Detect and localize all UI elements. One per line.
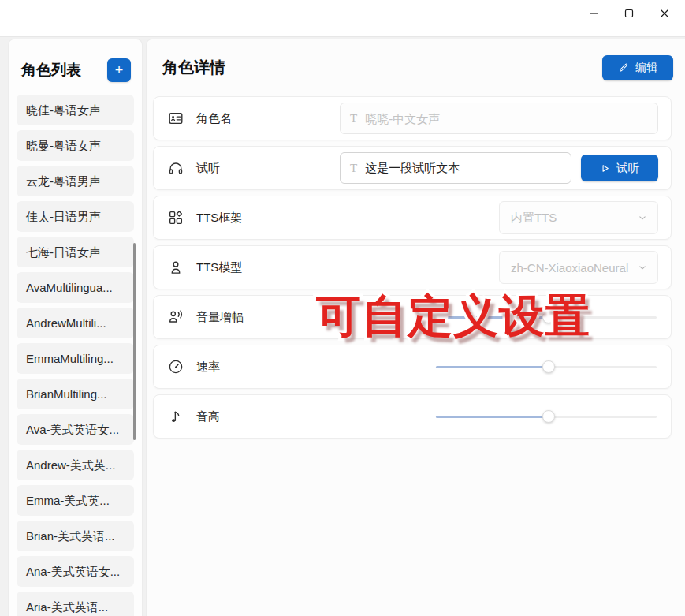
list-item[interactable]: BrianMultiling... xyxy=(17,379,134,409)
form-row-audition: 试听 T 试听 xyxy=(153,146,672,190)
list-item[interactable]: 晓佳-粤语女声 xyxy=(17,95,134,125)
list-item[interactable]: Ana-美式英语女... xyxy=(17,556,134,587)
maximize-button[interactable] xyxy=(611,2,646,25)
play-icon xyxy=(600,163,610,174)
field-label: 音高 xyxy=(196,409,220,424)
window-controls xyxy=(575,2,682,25)
gauge-icon xyxy=(166,357,185,376)
list-item[interactable]: 云龙-粤语男声 xyxy=(17,166,134,196)
audition-text-input[interactable] xyxy=(365,162,561,175)
form-row-rate: 速率 xyxy=(153,345,672,389)
field-label: 角色名 xyxy=(196,111,232,126)
field-label: 速率 xyxy=(196,360,220,375)
list-item[interactable]: Brian-美式英语... xyxy=(17,521,134,551)
form-row-tts-model: TTS模型 zh-CN-XiaoxiaoNeural xyxy=(153,245,672,289)
tts-model-select[interactable]: zh-CN-XiaoxiaoNeural xyxy=(499,251,658,284)
tts-framework-value: 内置TTS xyxy=(511,211,557,226)
slider-thumb[interactable] xyxy=(542,360,555,373)
edit-button-label: 编辑 xyxy=(635,61,657,75)
list-item[interactable]: 佳太-日语男声 xyxy=(17,201,134,232)
audition-button[interactable]: 试听 xyxy=(581,155,658,181)
role-list-header: 角色列表 + xyxy=(9,39,142,93)
list-item[interactable]: EmmaMultiling... xyxy=(17,343,134,374)
tts-framework-select[interactable]: 内置TTS xyxy=(499,201,658,234)
audition-text-input-wrap: T xyxy=(340,152,571,184)
role-name-input-wrap: T xyxy=(340,103,658,134)
plus-icon: + xyxy=(115,63,124,77)
id-card-icon xyxy=(166,109,185,128)
sidebar-scrollbar[interactable] xyxy=(133,243,136,440)
music-note-icon xyxy=(166,407,185,426)
title-bar xyxy=(0,0,685,36)
tts-model-value: zh-CN-XiaoxiaoNeural xyxy=(511,261,628,274)
headphones-icon xyxy=(166,159,185,177)
edit-button[interactable]: 编辑 xyxy=(602,55,673,80)
add-role-button[interactable]: + xyxy=(107,58,131,82)
role-list: 晓佳-粤语女声晓曼-粤语女声云龙-粤语男声佳太-日语男声七海-日语女声AvaMu… xyxy=(9,93,142,616)
close-button[interactable] xyxy=(646,2,682,25)
rate-slider[interactable] xyxy=(436,360,657,373)
page-title: 角色详情 xyxy=(162,57,225,78)
role-list-panel: 角色列表 + 晓佳-粤语女声晓曼-粤语女声云龙-粤语男声佳太-日语男声七海-日语… xyxy=(8,39,143,616)
list-item[interactable]: Ava-美式英语女... xyxy=(17,414,134,445)
pitch-slider[interactable] xyxy=(436,410,657,423)
field-label: TTS框架 xyxy=(196,211,242,226)
close-icon xyxy=(660,9,669,18)
role-name-input[interactable] xyxy=(365,112,648,125)
pencil-icon xyxy=(618,62,629,73)
minimize-icon xyxy=(589,9,598,18)
field-label: TTS模型 xyxy=(196,260,242,275)
form-row-pitch: 音高 xyxy=(153,394,672,439)
field-label: 音量增幅 xyxy=(196,310,244,325)
slider-thumb[interactable] xyxy=(542,410,555,423)
form-row-tts-framework: TTS框架 内置TTS xyxy=(153,196,672,240)
chevron-down-icon xyxy=(637,262,648,273)
person-icon xyxy=(166,258,185,277)
list-item[interactable]: Aria-美式英语... xyxy=(17,592,134,616)
app-grid-icon xyxy=(166,208,185,227)
maximize-icon xyxy=(624,9,634,18)
voice-volume-icon xyxy=(166,308,185,327)
minimize-button[interactable] xyxy=(575,2,611,25)
form-row-role-name: 角色名 T xyxy=(153,96,672,140)
list-item[interactable]: Emma-美式英... xyxy=(17,485,134,516)
list-item[interactable]: AndrewMultili... xyxy=(17,308,134,338)
role-detail-header: 角色详情 编辑 xyxy=(147,39,685,95)
list-item[interactable]: 晓曼-粤语女声 xyxy=(17,130,134,161)
list-item[interactable]: AvaMultilingua... xyxy=(17,272,134,303)
text-type-icon: T xyxy=(350,162,357,175)
detail-form: 角色名 T 试听 T xyxy=(147,95,685,439)
annotation-overlay-text: 可自定义设置 xyxy=(316,286,590,347)
chevron-down-icon xyxy=(637,212,648,223)
list-item[interactable]: 七海-日语女声 xyxy=(17,237,134,267)
field-label: 试听 xyxy=(196,161,220,176)
role-list-title: 角色列表 xyxy=(21,60,107,80)
audition-button-label: 试听 xyxy=(616,161,639,176)
text-type-icon: T xyxy=(350,112,357,125)
list-item[interactable]: Andrew-美式英... xyxy=(17,450,134,480)
